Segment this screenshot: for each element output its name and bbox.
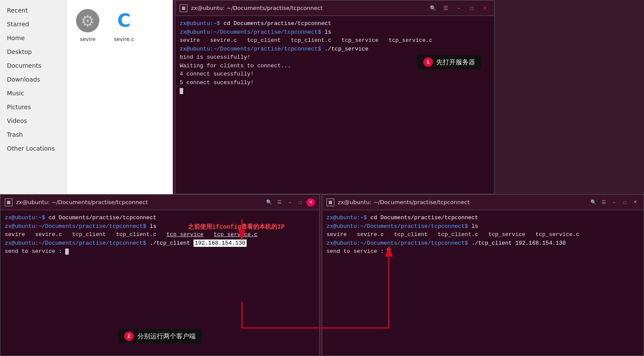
client2-search-button[interactable]: 🔍 [589,198,598,207]
ip-highlight: 192.168.154.130 [194,239,247,247]
client2-line-5: send to service : [327,247,639,256]
file-sevire-label: sevire [80,36,95,42]
sidebar-item-starred[interactable]: Starred [0,17,67,31]
terminal-server-body[interactable]: zx@ubuntu:~$ cd Documents/practise/tcpco… [175,16,494,194]
close-button[interactable]: ✕ [479,3,490,13]
client1-cursor [65,249,69,255]
client2-line-2: zx@ubuntu:~/Documents/practise/tcpconnec… [327,222,639,231]
file-sevire[interactable]: sevire [74,7,102,42]
c-file-icon: C [112,9,136,32]
client1-maximize-button[interactable]: □ [296,198,305,207]
client1-line-4: zx@ubuntu:~/Documents/practise/tcpconnec… [5,239,315,248]
titlebar-client2-left: ■ zx@ubuntu: ~/Documents/practise/tcpcon… [327,198,470,206]
client2-line-3: sevire sevire.c tcp_client tcp_client.c … [327,230,639,239]
term-line-7: 4 connect sucessfully! [180,70,490,79]
file-area: sevire C sevire.c [67,0,173,194]
cursor [180,88,183,94]
term-line-1: zx@ubuntu:~$ cd Documents/practise/tcpco… [180,19,490,28]
terminal-client-1: ■ zx@ubuntu: ~/Documents/practise/tcpcon… [0,194,320,356]
file-manager: Recent Starred Home Desktop Documents Do… [0,0,173,194]
gear-icon [76,9,99,32]
terminal-client2-controls: 🔍 ☰ − □ ✕ [589,198,639,207]
annotation-ifconfig: 之前使用ifconfig查看的本机的IP [188,223,285,231]
client1-line-1: zx@ubuntu:~$ cd Documents/practise/tcpco… [5,214,315,222]
terminal-client2-title: zx@ubuntu: ~/Documents/practise/tcpconne… [338,199,470,205]
term-line-4: zx@ubuntu:~/Documents/practise/tcpconnec… [180,45,490,54]
terminal-client-2: ■ zx@ubuntu: ~/Documents/practise/tcpcon… [322,194,644,356]
file-sevire-icon [74,7,102,35]
file-sevire-c-label: sevire.c [114,36,134,42]
client1-line-5: send to service : [5,247,315,256]
client1-line-3: sevire sevire.c tcp_client tcp_client.c … [5,230,315,239]
sidebar-item-music[interactable]: Music [0,86,67,100]
client2-cursor [387,249,390,255]
annotation-1-text: 先打开服务器 [436,58,475,66]
annotation-num-2: 2 [124,331,134,341]
client2-maximize-button[interactable]: □ [620,198,629,207]
sidebar-item-other-locations[interactable]: Other Locations [0,142,67,155]
term-line-8: 5 connect sucessfully! [180,79,490,87]
sidebar-item-downloads[interactable]: Downloads [0,72,67,86]
terminal-client1-body[interactable]: zx@ubuntu:~$ cd Documents/practise/tcpco… [0,210,319,356]
annotation-num-1: 1 [423,57,433,67]
client2-menu-button[interactable]: ☰ [600,198,608,207]
terminal-client1-icon: ■ [5,198,13,206]
sidebar-item-trash[interactable]: Trash [0,128,67,142]
sidebar: Recent Starred Home Desktop Documents Do… [0,0,67,194]
terminal-server-titlebar: ■ zx@ubuntu: ~/Documents/practise/tcpcon… [175,0,494,16]
file-sevire-c-icon: C [110,7,138,35]
sidebar-item-desktop[interactable]: Desktop [0,45,67,59]
terminal-client1-title: zx@ubuntu: ~/Documents/practise/tcpconne… [16,199,148,205]
term-line-3: sevire sevire.c tcp_client tcp_client.c … [180,36,490,45]
sidebar-item-videos[interactable]: Videos [0,114,67,128]
titlebar-controls: 🔍 ☰ − □ ✕ [428,3,490,13]
sidebar-item-home[interactable]: Home [0,31,67,45]
terminal-client1-titlebar: ■ zx@ubuntu: ~/Documents/practise/tcpcon… [0,195,319,210]
annotation-1: 1 先打开服务器 [417,55,481,69]
terminal-client2-body[interactable]: zx@ubuntu:~$ cd Documents/practise/tcpco… [322,210,644,356]
minimize-button[interactable]: − [454,3,464,13]
c-letter: C [117,12,131,30]
sidebar-item-recent[interactable]: Recent [0,3,67,17]
titlebar-left: ■ zx@ubuntu: ~/Documents/practise/tcpcon… [180,4,323,12]
client2-close-button[interactable]: ✕ [631,198,639,207]
client1-close-button[interactable]: ✕ [306,198,315,207]
client2-minimize-button[interactable]: − [610,198,619,207]
term-cursor-line [180,87,490,95]
terminal-server: ■ zx@ubuntu: ~/Documents/practise/tcpcon… [175,0,495,194]
maximize-button[interactable]: □ [466,3,477,13]
client1-search-button[interactable]: 🔍 [265,198,273,207]
client1-menu-button[interactable]: ☰ [275,198,284,207]
terminal-client1-controls: 🔍 ☰ − □ ✕ [265,198,315,207]
file-sevire-c[interactable]: C sevire.c [110,7,138,42]
search-button[interactable]: 🔍 [428,3,438,13]
annotation-2-text: 分别运行两个客户端 [137,332,196,340]
client2-line-1: zx@ubuntu:~$ cd Documents/practise/tcpco… [327,214,639,222]
annotation-2: 2 分别运行两个客户端 [118,329,202,343]
term-line-2: zx@ubuntu:~/Documents/practise/tcpconnec… [180,28,490,37]
sidebar-item-pictures[interactable]: Pictures [0,100,67,114]
titlebar-client1-left: ■ zx@ubuntu: ~/Documents/practise/tcpcon… [5,198,148,206]
terminal-server-title: zx@ubuntu: ~/Documents/practise/tcpconne… [191,5,323,11]
terminal-client2-icon: ■ [327,198,334,206]
client1-minimize-button[interactable]: − [286,198,294,207]
terminal-client2-titlebar: ■ zx@ubuntu: ~/Documents/practise/tcpcon… [322,195,644,210]
terminal-icon: ■ [180,4,187,12]
menu-button[interactable]: ☰ [441,3,451,13]
sidebar-item-documents[interactable]: Documents [0,59,67,72]
client2-line-4: zx@ubuntu:~/Documents/practise/tcpconnec… [327,239,639,248]
